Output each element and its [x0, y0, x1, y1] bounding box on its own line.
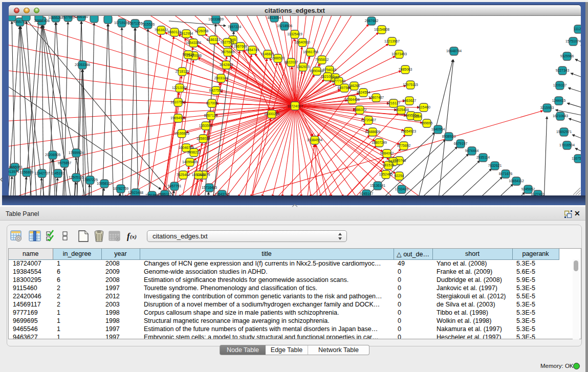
svg-text:9227343: 9227343	[556, 69, 570, 72]
svg-text:20206505: 20206505	[45, 153, 60, 157]
svg-text:2867608: 2867608	[234, 45, 248, 48]
svg-text:8822037: 8822037	[285, 60, 298, 64]
svg-text:3913974: 3913974	[9, 170, 19, 173]
svg-text:1358034: 1358034	[197, 137, 210, 140]
svg-text:19654923: 19654923	[401, 129, 416, 133]
svg-text:12505135: 12505135	[69, 176, 84, 179]
svg-text:3875685: 3875685	[221, 50, 235, 54]
svg-text:9115460: 9115460	[417, 105, 430, 109]
svg-text:15136141: 15136141	[370, 184, 385, 187]
svg-text:8186323: 8186323	[207, 38, 221, 41]
svg-text:18807249: 18807249	[372, 141, 387, 144]
svg-text:12923448: 12923448	[128, 191, 143, 194]
svg-text:9329966: 9329966	[560, 54, 574, 58]
svg-text:10025438: 10025438	[394, 108, 409, 112]
svg-text:8471676: 8471676	[499, 172, 513, 176]
svg-text:8454749: 8454749	[246, 48, 259, 52]
svg-text:9146821: 9146821	[261, 52, 275, 56]
svg-text:15716485: 15716485	[202, 186, 217, 189]
svg-text:12342737: 12342737	[34, 171, 50, 175]
svg-text:3226058: 3226058	[195, 29, 209, 33]
svg-text:16033809: 16033809	[208, 17, 224, 21]
svg-text:746266: 746266	[349, 84, 360, 87]
svg-text:3498222: 3498222	[187, 150, 201, 154]
svg-text:10958107: 10958107	[97, 182, 112, 185]
svg-text:3215953: 3215953	[540, 106, 554, 110]
svg-text:2803144: 2803144	[214, 76, 228, 80]
svg-text:9457791: 9457791	[168, 184, 182, 188]
svg-text:9084067: 9084067	[380, 151, 394, 155]
svg-text:699695: 699695	[421, 121, 433, 125]
svg-text:11120: 11120	[574, 27, 581, 31]
svg-text:20364436: 20364436	[344, 98, 360, 101]
svg-text:16210643: 16210643	[553, 114, 568, 118]
svg-text:2935114: 2935114	[476, 156, 490, 159]
svg-text:18724007: 18724007	[287, 104, 303, 108]
svg-text:8267130: 8267130	[204, 114, 218, 117]
svg-text:989614: 989614	[183, 53, 194, 56]
svg-text:16117: 16117	[388, 160, 398, 163]
svg-text:6466160: 6466160	[75, 16, 89, 18]
svg-text:1691441: 1691441	[192, 173, 206, 177]
svg-text:9794028: 9794028	[323, 68, 337, 72]
svg-text:18300295: 18300295	[264, 112, 279, 116]
svg-text:15720407: 15720407	[361, 118, 376, 122]
svg-text:3912954: 3912954	[180, 32, 193, 35]
svg-text:16640910: 16640910	[295, 40, 310, 44]
svg-text:1156809: 1156809	[20, 170, 33, 174]
svg-text:7632621: 7632621	[488, 164, 502, 167]
svg-text:16154808: 16154808	[374, 28, 389, 31]
svg-text:1640954: 1640954	[431, 127, 445, 131]
svg-text:19166825: 19166825	[174, 132, 189, 135]
svg-text:817008: 817008	[206, 101, 218, 105]
svg-text:9245147: 9245147	[360, 192, 374, 195]
svg-text:19654933: 19654933	[170, 116, 186, 120]
svg-text:12213967: 12213967	[384, 39, 400, 43]
svg-text:92254: 92254	[395, 174, 404, 178]
svg-text:1527602: 1527602	[61, 16, 75, 19]
svg-text:9463627: 9463627	[403, 99, 417, 102]
svg-text:16782759: 16782759	[113, 187, 128, 190]
svg-text:8127431: 8127431	[531, 192, 545, 195]
svg-text:6216127: 6216127	[387, 101, 401, 105]
svg-text:16961758: 16961758	[303, 50, 318, 54]
svg-text:2087682: 2087682	[365, 19, 379, 23]
svg-text:1588520: 1588520	[271, 56, 285, 60]
svg-text:8938923: 8938923	[442, 135, 456, 138]
svg-text:19218506: 19218506	[277, 24, 292, 28]
svg-text:16046788: 16046788	[179, 146, 194, 149]
svg-text:16655061: 16655061	[9, 165, 23, 169]
svg-text:9975857: 9975857	[58, 161, 72, 165]
svg-text:8452: 8452	[331, 76, 339, 79]
svg-text:10688609: 10688609	[365, 130, 380, 134]
svg-text:17857225: 17857225	[82, 178, 98, 182]
svg-text:4055714: 4055714	[13, 20, 27, 24]
svg-text:7857224: 7857224	[228, 25, 242, 29]
svg-text:19384554: 19384554	[307, 138, 322, 142]
svg-text:17016504: 17016504	[559, 143, 575, 147]
svg-text:2718126: 2718126	[176, 70, 189, 73]
svg-text:16671355: 16671355	[127, 21, 143, 25]
svg-text:12213363: 12213363	[172, 86, 187, 90]
svg-text:1167531: 1167531	[572, 157, 581, 160]
svg-text:16648784: 16648784	[446, 49, 462, 53]
svg-text:9775692: 9775692	[397, 144, 411, 147]
svg-text:20691406: 20691406	[34, 19, 50, 23]
svg-text:10807487: 10807487	[368, 96, 384, 99]
svg-text:1209337: 1209337	[553, 83, 567, 87]
svg-text:9327505: 9327505	[221, 40, 234, 44]
svg-text:8427552: 8427552	[209, 89, 223, 92]
svg-text:18643745: 18643745	[214, 192, 230, 195]
svg-text:1733426: 1733426	[395, 187, 409, 191]
svg-text:8990448: 8990448	[310, 69, 324, 73]
svg-text:15751074: 15751074	[565, 39, 581, 43]
svg-text:7485063: 7485063	[399, 68, 412, 71]
svg-text:6684: 6684	[413, 115, 421, 118]
svg-text:7886372: 7886372	[353, 108, 367, 112]
svg-text:9245652: 9245652	[521, 187, 535, 191]
svg-text:9474444: 9474444	[465, 149, 479, 152]
svg-text:10973493: 10973493	[391, 52, 407, 56]
svg-text:9777169: 9777169	[332, 79, 346, 83]
svg-text:181515: 181515	[383, 163, 395, 167]
svg-text:11325419: 11325419	[287, 32, 302, 36]
